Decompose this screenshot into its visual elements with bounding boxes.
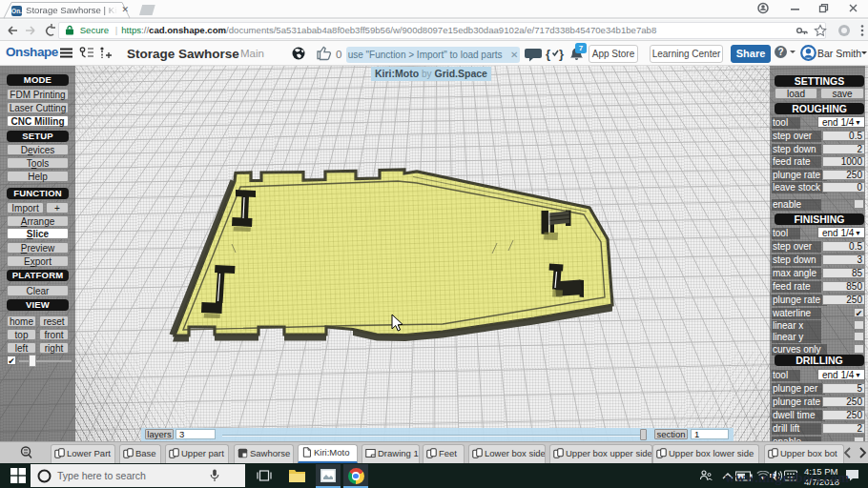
svg-text:{: { — [546, 47, 550, 61]
svg-text:}: } — [559, 47, 564, 61]
svg-text:0: 0 — [336, 49, 341, 60]
